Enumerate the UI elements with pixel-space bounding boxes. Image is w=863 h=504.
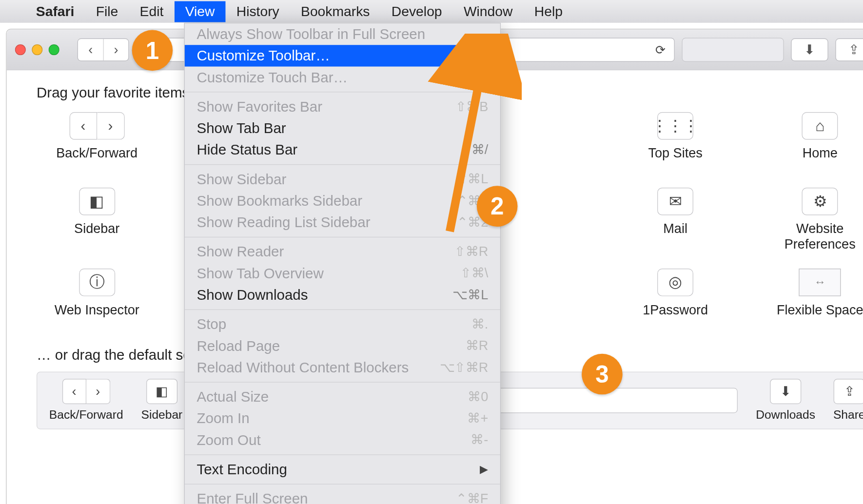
menu-develop[interactable]: Develop [381, 1, 453, 22]
share-button[interactable]: ⇪ [835, 38, 863, 61]
minimize-window-button[interactable] [32, 44, 42, 55]
annotation-badge-2: 2 [477, 186, 518, 227]
menu-item-label: Zoom Out [196, 432, 260, 448]
default-back-forward[interactable]: ‹› Back/Forward [49, 379, 123, 422]
gear-icon: ⚙ [802, 188, 838, 215]
tile-label: Flexible Space [777, 302, 863, 318]
menu-item-label: Customize Toolbar… [196, 47, 330, 64]
submenu-arrow-icon: ▶ [480, 463, 488, 476]
tile-web-inspector[interactable]: ⓘ Web Inspector [37, 269, 157, 329]
menu-item-label: Zoom In [196, 410, 249, 426]
menu-item-shortcut: ⌘0 [468, 389, 488, 405]
annotation-badge-1: 1 [132, 30, 173, 71]
menu-item-label: Always Show Toolbar in Full Screen [196, 26, 425, 42]
view-menu-item: Show Reading List Sidebar⌃⌘2 [185, 212, 500, 233]
slot-label: Share [833, 408, 863, 422]
mail-icon: ✉ [657, 188, 693, 215]
zoom-window-button[interactable] [49, 44, 59, 55]
menu-item-label: Show Reader [196, 243, 284, 260]
view-menu-item: Stop⌘. [185, 313, 500, 335]
view-menu-item: Reload Page⌘R [185, 335, 500, 357]
default-sidebar[interactable]: ◧ Sidebar [141, 379, 183, 422]
tile-label: Back/Forward [56, 146, 137, 161]
onepassword-icon: ◎ [657, 269, 693, 296]
menu-item-shortcut: ⌘- [471, 432, 488, 448]
menu-item-label: Enter Full Screen [196, 490, 308, 504]
back-forward-buttons: ‹ › [78, 38, 129, 61]
menu-item-shortcut: ⌃⌘F [456, 491, 488, 504]
view-menu-item: Show Tab Overview⇧⌘\ [185, 263, 500, 284]
menu-item-label: Show Sidebar [196, 171, 286, 188]
tile-sidebar[interactable]: ◧ Sidebar [37, 188, 157, 253]
menu-window[interactable]: Window [453, 1, 524, 22]
view-menu-item[interactable]: Show Tab Bar [185, 117, 500, 139]
view-menu-item: Enter Full Screen⌃⌘F [185, 488, 500, 504]
menu-item-label: Actual Size [196, 388, 269, 405]
menu-item-shortcut: ⇧⌘L [457, 172, 488, 187]
view-menu-item[interactable]: Customize Toolbar… [185, 45, 500, 66]
menu-item-label: Stop [196, 316, 226, 332]
tile-1password[interactable]: ◎ 1Password [615, 269, 735, 329]
menu-item-shortcut: ⌘+ [467, 411, 488, 426]
view-menu-item: Show Reader⇧⌘R [185, 241, 500, 262]
toolbar-drop-target[interactable] [682, 38, 784, 61]
menu-item-label: Show Downloads [196, 287, 308, 303]
default-share[interactable]: ⇪ Share [833, 379, 863, 422]
share-icon: ⇪ [834, 379, 863, 405]
view-menu-item: Show Sidebar⇧⌘L [185, 169, 500, 190]
menu-item-label: Show Reading List Sidebar [196, 214, 370, 231]
menu-bookmarks[interactable]: Bookmarks [290, 1, 381, 22]
tile-home[interactable]: ⌂ Home [760, 112, 863, 172]
view-menu-item: Show Bookmarks Sidebar⌃⌘1 [185, 190, 500, 212]
menu-item-shortcut: ⇧⌘B [455, 99, 488, 115]
view-menu-item[interactable]: Show Downloads⌥⌘L [185, 284, 500, 306]
menu-item-label: Show Favorites Bar [196, 98, 322, 115]
tile-label: Website Preferences [760, 221, 863, 253]
menu-item-label: Show Tab Overview [196, 265, 323, 282]
view-menu-item: Show Favorites Bar⇧⌘B [185, 96, 500, 117]
menu-item-shortcut: ⌘. [471, 316, 489, 332]
menu-item-label: Text Encoding [196, 461, 287, 478]
slot-label: Back/Forward [49, 408, 123, 422]
forward-button[interactable]: › [103, 39, 129, 60]
chevron-right-icon: › [86, 379, 110, 405]
menu-help[interactable]: Help [524, 1, 573, 22]
menu-edit[interactable]: Edit [129, 1, 174, 22]
tile-label: 1Password [643, 302, 708, 318]
info-icon: ⓘ [79, 269, 115, 296]
download-icon: ⬇ [770, 379, 801, 405]
menu-item-label: Reload Without Content Blockers [196, 359, 409, 376]
tile-label: Sidebar [74, 221, 119, 237]
downloads-button[interactable]: ⬇ [791, 38, 828, 61]
traffic-lights [15, 44, 59, 55]
chevron-left-icon: ‹ [62, 379, 86, 405]
tile-mail[interactable]: ✉ Mail [615, 188, 735, 253]
default-downloads[interactable]: ⬇ Downloads [756, 379, 815, 422]
menu-item-label: Reload Page [196, 337, 280, 354]
view-menu-item: Always Show Toolbar in Full Screen [185, 23, 500, 45]
sidebar-icon: ◧ [146, 379, 177, 405]
close-window-button[interactable] [15, 44, 26, 55]
menu-item-label: Customize Touch Bar… [196, 69, 348, 85]
chevron-left-icon: ‹ [69, 112, 97, 140]
tile-website-preferences[interactable]: ⚙ Website Preferences [760, 188, 863, 253]
slot-label: Downloads [756, 408, 815, 422]
menu-history[interactable]: History [226, 1, 290, 22]
tile-back-forward[interactable]: ‹› Back/Forward [37, 112, 157, 172]
back-button[interactable]: ‹ [78, 39, 103, 60]
menu-bar: Safari File Edit View History Bookmarks … [0, 0, 863, 23]
menu-view[interactable]: View [174, 1, 225, 22]
menu-item-shortcut: ⇧⌘\ [460, 266, 488, 281]
tile-label: Top Sites [648, 146, 702, 161]
menu-item-label: Hide Status Bar [196, 141, 297, 158]
reload-icon[interactable]: ⟳ [655, 42, 666, 57]
view-menu-item[interactable]: Text Encoding▶ [185, 459, 500, 480]
menu-safari[interactable]: Safari [25, 1, 85, 22]
tile-top-sites[interactable]: ⋮⋮⋮ Top Sites [615, 112, 735, 172]
tile-flexible-space[interactable]: ↔ Flexible Space [760, 269, 863, 329]
menu-file[interactable]: File [85, 1, 129, 22]
menu-item-shortcut: ⌘R [466, 338, 489, 354]
view-menu-item[interactable]: Hide Status Bar⌘/ [185, 139, 500, 160]
menu-item-shortcut: ⌥⇧⌘R [440, 360, 488, 375]
home-icon: ⌂ [802, 112, 838, 140]
